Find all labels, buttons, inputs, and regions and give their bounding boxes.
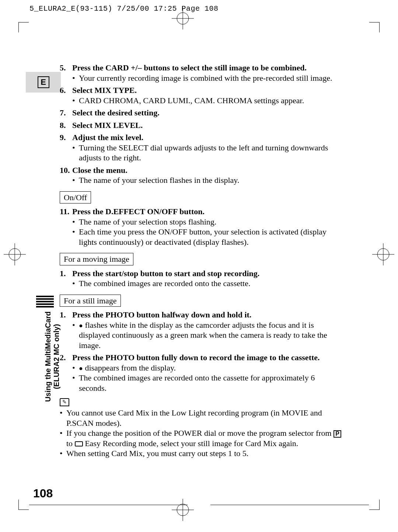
step-num: 9. [60, 132, 72, 143]
step-num: 8. [60, 120, 72, 131]
bullet-dot: • [72, 217, 79, 227]
program-mode-icon: P [334, 430, 341, 438]
bullet-dot: • [60, 428, 66, 448]
step-title: Press the D.EFFECT ON/OFF button. [72, 206, 205, 217]
record-circle-icon: ● [79, 365, 83, 372]
section-box-onoff: On/Off [60, 191, 91, 204]
step-num: 6. [60, 85, 72, 95]
step-title: Press the start/stop button to start and… [72, 268, 259, 279]
note-text: If you change the position of the POWER … [66, 428, 343, 448]
step-8: 8.Select MIX LEVEL. [60, 120, 343, 131]
notes-icon: ✎ [60, 398, 69, 406]
sidebar-chapter-label: Using the MultiMediaCard (ELURA2 MC only… [44, 311, 61, 402]
bullet-text: Your currently recording image is combin… [79, 73, 332, 83]
notes-list: •You cannot use Card Mix in the Low Ligh… [60, 408, 343, 459]
bullet-dot: • [72, 95, 79, 106]
section-box-still: For a still image [60, 295, 121, 307]
section-box-moving: For a moving image [60, 253, 133, 265]
sidebar-bars-icon [36, 296, 54, 309]
language-letter: E [38, 76, 49, 88]
bullet-text: The name of your selection stops flashin… [79, 217, 216, 227]
registration-mark-bottom [172, 499, 194, 521]
bullet-dot: • [72, 73, 79, 83]
bullet-dot: • [72, 373, 79, 393]
bullet-dot: • [60, 408, 66, 428]
still-step-1: 1.Press the PHOTO button halfway down an… [60, 310, 343, 350]
moving-step-1: 1.Press the start/stop button to start a… [60, 268, 343, 289]
bullet-text: Each time you press the ON/OFF button, y… [79, 227, 343, 247]
step-9: 9.Adjust the mix level. •Turning the SEL… [60, 132, 343, 163]
step-title: Close the menu. [72, 165, 128, 175]
bullet-text: ● flashes white in the display as the ca… [79, 320, 343, 351]
bullet-text: CARD CHROMA, CARD LUMI., CAM. CHROMA set… [79, 95, 304, 106]
sidebar-line2: (ELURA2 MC only) [52, 324, 60, 389]
step-7: 7.Select the desired setting. [60, 108, 343, 118]
step-num: 5. [60, 63, 72, 73]
bullet-text: The combined images are recorded onto th… [79, 373, 343, 393]
bullet-dot: • [72, 320, 79, 351]
registration-mark-right [372, 243, 394, 265]
main-content: 5.Press the CARD +/– buttons to select t… [60, 63, 343, 459]
step-num: 11. [60, 206, 72, 217]
crop-mark-bottom-left [18, 500, 29, 510]
step-num: 1. [60, 310, 72, 320]
step-num: 10. [60, 165, 72, 175]
bullet-text: Turning the SELECT dial upwards adjusts … [79, 143, 343, 163]
bullet-dot: • [72, 143, 79, 163]
step-title: Press the PHOTO button halfway down and … [72, 310, 251, 320]
step-6: 6.Select MIX TYPE. •CARD CHROMA, CARD LU… [60, 85, 343, 105]
step-title: Select MIX TYPE. [72, 85, 137, 95]
bullet-dot: • [60, 448, 66, 459]
note-text: When setting Card Mix, you must carry ou… [66, 448, 248, 459]
registration-mark-top [172, 7, 194, 29]
step-11: 11.Press the D.EFFECT ON/OFF button. •Th… [60, 206, 343, 247]
step-title: Press the PHOTO button fully down to rec… [72, 352, 320, 363]
step-num: 1. [60, 268, 72, 279]
record-circle-icon: ● [79, 322, 83, 329]
registration-mark-left [4, 243, 26, 265]
step-5: 5.Press the CARD +/– buttons to select t… [60, 63, 343, 83]
crop-mark-top-right [369, 22, 380, 32]
step-num: 7. [60, 108, 72, 118]
page-number: 108 [33, 487, 53, 500]
still-step-2: 2.Press the PHOTO button fully down to r… [60, 352, 343, 393]
step-10: 10.Close the menu. •The name of your sel… [60, 165, 343, 185]
step-num: 2. [60, 352, 72, 363]
bullet-dot: • [72, 175, 79, 185]
note-text: You cannot use Card Mix in the Low Light… [66, 408, 343, 428]
sidebar-line1: Using the MultiMediaCard [44, 311, 52, 402]
step-title: Press the CARD +/– buttons to select the… [72, 63, 307, 73]
crop-mark-top-left [18, 22, 29, 32]
crop-mark-bottom-line-left [29, 505, 188, 505]
bullet-dot: • [72, 278, 79, 289]
bullet-dot: • [72, 227, 79, 247]
easy-mode-icon [75, 441, 83, 446]
crop-mark-bottom-line-right [210, 505, 369, 505]
step-title: Adjust the mix level. [72, 132, 143, 143]
bullet-text: The name of your selection flashes in th… [79, 175, 239, 185]
bullet-text: ● disappears from the display. [79, 363, 176, 373]
bullet-dot: • [72, 363, 79, 373]
crop-mark-bottom-right [369, 500, 380, 510]
step-title: Select MIX LEVEL. [72, 120, 143, 131]
step-title: Select the desired setting. [72, 108, 160, 118]
bullet-text: The combined images are recorded onto th… [79, 278, 250, 289]
language-badge: E [26, 72, 61, 93]
